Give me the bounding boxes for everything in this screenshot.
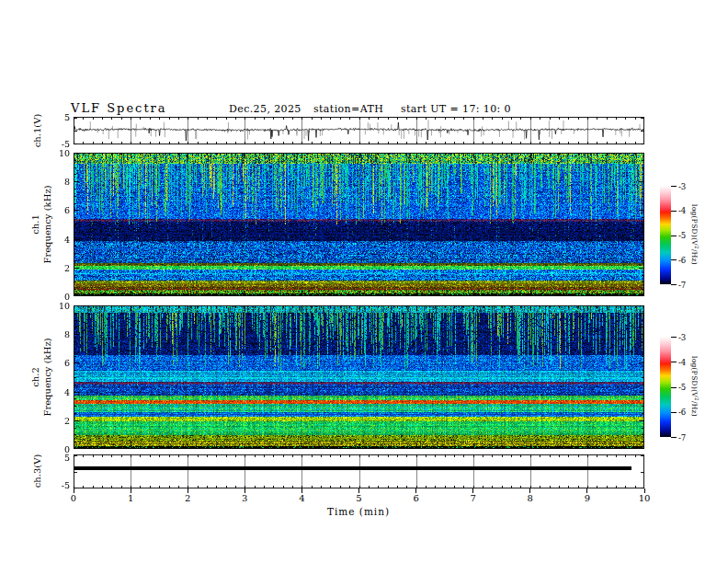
y-tick-label: 6 (48, 205, 70, 215)
y-tick-label: 0 (48, 444, 70, 454)
y-tick-label: 5 (48, 112, 70, 122)
colorbar-tick-label: -6 (678, 256, 697, 265)
colorbar-tick (671, 211, 677, 212)
colorbar-tick-label: -7 (678, 281, 697, 290)
colorbar-tick (671, 387, 677, 388)
y-tick-label: 8 (48, 329, 70, 339)
ch1-voltage-axis-label: ch.1(V) (32, 114, 44, 148)
vlf-spectra-screen: VLF Spectra Dec.25, 2025 station=ATH sta… (0, 0, 728, 563)
colorbar-tick-label: -5 (678, 231, 697, 240)
time-tick-label: 1 (120, 493, 141, 503)
time-major-tick (415, 488, 416, 493)
time-major-tick (472, 488, 473, 493)
colorbar-tick (671, 284, 677, 285)
y-tick-label: 2 (48, 263, 70, 273)
time-tick-label: 9 (577, 493, 597, 503)
time-tick-label: 0 (63, 493, 84, 503)
colorbar-tick (671, 236, 677, 236)
y-tick-label: 10 (48, 301, 70, 311)
ch2-frequency-axis-label-line2: Frequency (kHz) (41, 338, 53, 416)
time-major-tick (245, 488, 245, 493)
y-tick-label: 4 (48, 387, 70, 397)
plot-station: station=ATH (313, 103, 383, 115)
time-tick-label: 4 (291, 493, 312, 503)
y-tick-label: 8 (48, 177, 70, 187)
ch1-waveform-plot (74, 117, 644, 144)
colorbar-tick-label: -3 (678, 333, 697, 342)
y-tick-label: 10 (48, 148, 70, 158)
plot-start-ut: start UT = 17: 10: 0 (401, 103, 511, 115)
plot-date: Dec.25, 2025 (229, 103, 301, 115)
ch1-frequency-axis-label-line1: ch.1 (30, 185, 42, 263)
time-tick-label: 6 (406, 493, 427, 503)
time-tick-label: 8 (520, 493, 540, 503)
colorbar-tick-label: -3 (678, 182, 697, 191)
time-major-tick (131, 488, 131, 493)
colorbar-tick (671, 337, 677, 338)
ch2-frequency-axis-label-line1: ch.2 (30, 338, 42, 416)
y-tick-label: -5 (48, 480, 70, 490)
time-tick-label: 5 (349, 493, 370, 503)
colorbar-tick-label: -4 (678, 358, 697, 367)
colorbar-2 (660, 337, 671, 437)
colorbar-tick (671, 437, 677, 438)
time-tick-label: 10 (634, 493, 654, 503)
colorbar-tick (671, 186, 677, 187)
colorbar-tick (671, 412, 677, 413)
colorbar-tick-label: -4 (678, 206, 697, 215)
colorbar-tick-label: -7 (678, 433, 697, 442)
time-major-tick (586, 488, 587, 493)
colorbar-tick (671, 362, 677, 362)
time-major-tick (529, 488, 530, 493)
page-title: VLF Spectra (71, 101, 167, 115)
y-tick-label: 2 (48, 416, 70, 426)
ch1-spectrogram-plot (74, 153, 644, 296)
time-tick-label: 2 (177, 493, 198, 503)
time-major-tick (358, 488, 359, 493)
time-major-tick (188, 488, 188, 493)
ch1-frequency-axis-label-line2: Frequency (kHz) (41, 185, 53, 263)
time-axis-label: Time (min) (313, 506, 404, 517)
colorbar-tick-label: -6 (678, 408, 697, 417)
time-tick-label: 7 (463, 493, 483, 503)
time-major-tick (644, 488, 645, 493)
ch3-waveform-plot (74, 454, 644, 488)
ch3-voltage-axis-label: ch.3(V) (32, 454, 44, 488)
time-major-tick (301, 488, 302, 493)
time-tick-label: 3 (234, 493, 255, 503)
y-tick-label: 6 (48, 358, 70, 368)
time-major-tick (74, 488, 74, 493)
y-tick-label: 4 (48, 235, 70, 245)
colorbar-1 (660, 186, 671, 284)
ch2-frequency-axis-label: ch.2 Frequency (kHz) (30, 338, 53, 416)
colorbar-tick (671, 259, 677, 260)
ch2-spectrogram-plot (74, 305, 644, 449)
colorbar-tick-label: -5 (678, 383, 697, 392)
ch1-frequency-axis-label: ch.1 Frequency (kHz) (30, 185, 53, 263)
